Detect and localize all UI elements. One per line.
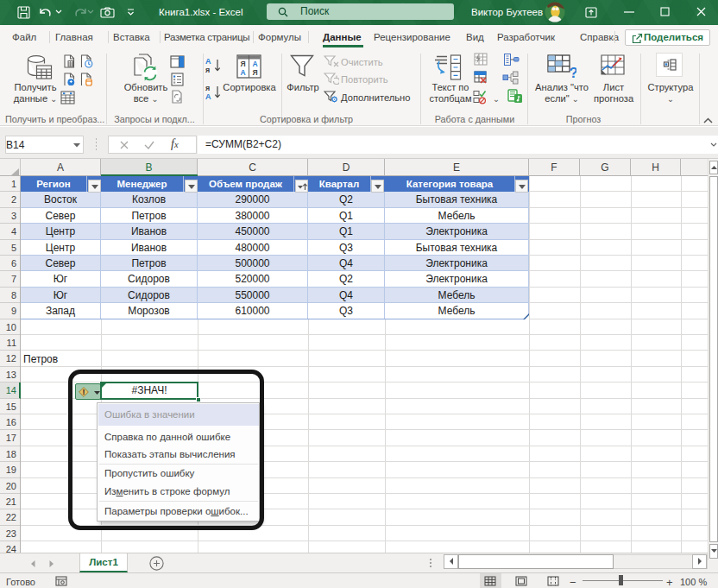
svg-text:Я: Я [252,68,257,77]
svg-text:А: А [240,68,245,77]
svg-text:?: ? [570,65,577,79]
svg-text:Я: Я [240,60,245,68]
svg-text:А: А [252,60,257,68]
